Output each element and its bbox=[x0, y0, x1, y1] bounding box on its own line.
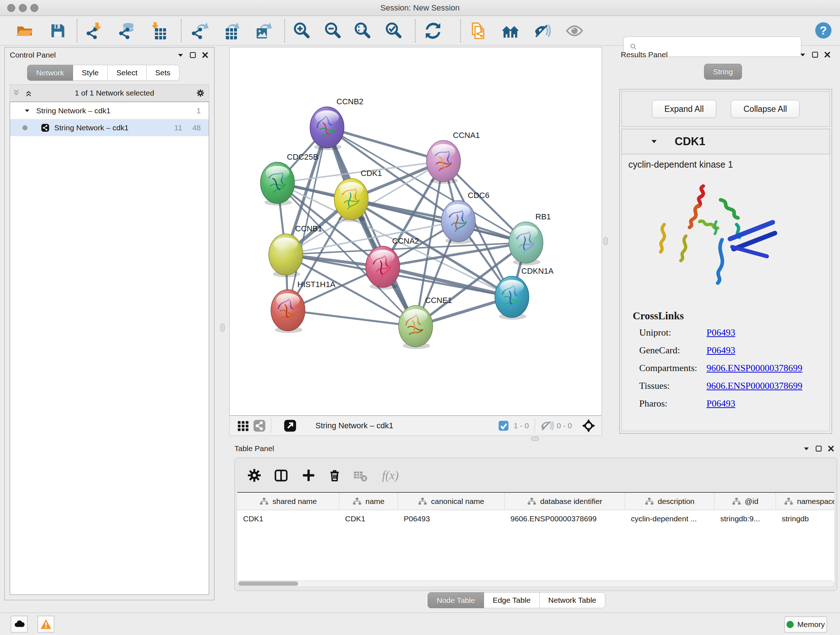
hidden-eye-icon[interactable] bbox=[538, 418, 554, 434]
expand-all-networks-icon[interactable] bbox=[22, 87, 35, 99]
column-header-namespace[interactable]: namespace bbox=[776, 493, 834, 510]
network-node-RB1[interactable]: RB1 bbox=[509, 212, 551, 265]
string-home-button[interactable] bbox=[501, 21, 521, 41]
table-gear-icon[interactable] bbox=[245, 466, 264, 485]
add-column-icon[interactable] bbox=[299, 466, 318, 485]
crosslinks-list: Uniprot: P06493GeneCard: P06493Compartme… bbox=[633, 327, 828, 416]
column-header-canonical-name[interactable]: canonical name bbox=[398, 493, 505, 510]
panel-close-icon[interactable] bbox=[199, 49, 211, 61]
save-session-button[interactable] bbox=[48, 21, 68, 41]
table-cell[interactable]: CDK1 bbox=[339, 510, 398, 527]
svg-text:?: ? bbox=[820, 24, 827, 37]
panel-float-icon[interactable] bbox=[813, 442, 825, 455]
splitter-grip-right[interactable] bbox=[603, 237, 608, 245]
column-header-label: namespace bbox=[797, 497, 834, 506]
table-row[interactable]: CDK1CDK1P064939606.ENSP00000378699cyclin… bbox=[237, 510, 834, 527]
tab-string[interactable]: String bbox=[704, 64, 742, 80]
import-table-button[interactable] bbox=[149, 21, 169, 41]
gene-section-header[interactable]: CDK1 bbox=[622, 129, 830, 154]
tab-style[interactable]: Style bbox=[73, 65, 108, 81]
panel-menu-icon[interactable] bbox=[174, 49, 187, 61]
memory-status-dot bbox=[786, 621, 794, 628]
crosslink-link[interactable]: P06493 bbox=[706, 345, 735, 356]
scrollbar-thumb[interactable] bbox=[238, 581, 298, 586]
crosslink-link[interactable]: P06493 bbox=[706, 398, 735, 409]
zoom-out-button[interactable] bbox=[323, 21, 343, 41]
protein-structure-image bbox=[645, 178, 790, 287]
import-network-button[interactable] bbox=[84, 21, 104, 41]
column-header-database-identifier[interactable]: database identifier bbox=[505, 493, 625, 510]
expand-all-button[interactable]: Expand All bbox=[652, 100, 717, 118]
node-label: CDC25B bbox=[287, 152, 318, 162]
panel-menu-icon[interactable] bbox=[800, 442, 813, 455]
birdseye-view-icon[interactable] bbox=[282, 418, 298, 434]
column-header-description[interactable]: description bbox=[625, 493, 714, 510]
collapse-all-button[interactable]: Collapse All bbox=[731, 100, 799, 118]
panel-close-icon[interactable] bbox=[821, 49, 834, 61]
zoom-in-button[interactable] bbox=[292, 21, 312, 41]
network-row[interactable]: String Network – cdk1 11 48 bbox=[10, 119, 209, 136]
tab-sets[interactable]: Sets bbox=[147, 65, 180, 81]
splitter-grip-bottom[interactable] bbox=[531, 437, 539, 441]
network-node-CCNA1[interactable]: CCNA1 bbox=[426, 131, 480, 184]
tab-network-table[interactable]: Network Table bbox=[540, 592, 606, 608]
open-session-button[interactable] bbox=[14, 21, 35, 41]
table-cell[interactable]: P06493 bbox=[398, 510, 505, 527]
automation-cloud-button[interactable] bbox=[11, 616, 27, 632]
gear-icon[interactable] bbox=[194, 87, 207, 99]
table-cell[interactable]: stringdb:9... bbox=[714, 510, 776, 527]
network-node-HIST1H1A[interactable]: HIST1H1A bbox=[271, 280, 335, 333]
help-button[interactable]: ? bbox=[813, 20, 834, 41]
network-collection-row[interactable]: String Network – cdk1 1 bbox=[10, 102, 209, 119]
panel-menu-icon[interactable] bbox=[797, 49, 809, 61]
delete-table-icon[interactable] bbox=[351, 466, 369, 485]
memory-button[interactable]: Memory bbox=[784, 616, 827, 632]
crosslink-row: Pharos: P06493 bbox=[639, 398, 828, 409]
splitter-grip-left[interactable] bbox=[220, 324, 225, 332]
export-table-button[interactable] bbox=[220, 21, 240, 41]
collapse-triangle-icon[interactable] bbox=[648, 135, 660, 148]
horizontal-scrollbar[interactable] bbox=[237, 580, 834, 587]
network-view[interactable]: CCNB2 CCNA1 CDC25B CDK1 CDC6 RB1 CCNB1 bbox=[229, 47, 602, 416]
network-node-CCNB2[interactable]: CCNB2 bbox=[310, 97, 363, 150]
table-cell[interactable]: 9606.ENSP00000378699 bbox=[505, 510, 625, 527]
delete-column-icon[interactable] bbox=[325, 466, 344, 485]
string-document-button[interactable] bbox=[469, 21, 489, 41]
tab-edge-table[interactable]: Edge Table bbox=[484, 592, 540, 608]
gray-eye-button[interactable] bbox=[564, 21, 584, 41]
crosslink-link[interactable]: P06493 bbox=[706, 327, 735, 338]
tab-network[interactable]: Network bbox=[27, 65, 73, 81]
table-cell[interactable]: stringdb bbox=[776, 510, 834, 527]
show-columns-icon[interactable] bbox=[272, 466, 291, 485]
import-network-from-database-button[interactable] bbox=[117, 21, 137, 41]
crosslink-link[interactable]: 9606.ENSP00000378699 bbox=[706, 380, 802, 391]
column-header-name[interactable]: name bbox=[339, 493, 398, 510]
network-selected-summary: 1 of 1 Network selected bbox=[35, 89, 194, 97]
eye-waves-button[interactable] bbox=[532, 21, 552, 41]
table-cell[interactable]: cyclin-dependent ... bbox=[625, 510, 714, 527]
export-network-button[interactable] bbox=[189, 21, 210, 41]
warnings-button[interactable] bbox=[38, 616, 54, 632]
export-image-button[interactable] bbox=[253, 21, 273, 41]
zoom-fit-button[interactable] bbox=[352, 21, 373, 41]
tab-node-table[interactable]: Node Table bbox=[428, 592, 484, 608]
column-header-shared-name[interactable]: shared name bbox=[237, 493, 339, 510]
crosshair-icon[interactable] bbox=[581, 418, 597, 434]
tab-select[interactable]: Select bbox=[108, 65, 147, 81]
table-cell[interactable]: CDK1 bbox=[237, 510, 339, 527]
subnetwork-count: 1 bbox=[196, 106, 201, 115]
column-header--id[interactable]: @id bbox=[714, 493, 776, 510]
crosslink-link[interactable]: 9606.ENSP00000378699 bbox=[706, 363, 802, 374]
share-network-icon[interactable] bbox=[251, 418, 267, 434]
network-node-CDKN1A[interactable]: CDKN1A bbox=[495, 266, 554, 320]
refresh-button[interactable] bbox=[423, 21, 443, 41]
panel-float-icon[interactable] bbox=[187, 49, 199, 61]
expander-triangle-icon[interactable] bbox=[21, 105, 33, 117]
zoom-selected-button[interactable] bbox=[384, 21, 404, 41]
selected-checkbox-icon[interactable] bbox=[496, 418, 512, 434]
panel-float-icon[interactable] bbox=[809, 49, 821, 61]
function-builder-icon[interactable]: f(x) bbox=[376, 466, 405, 485]
panel-close-icon[interactable] bbox=[825, 442, 837, 455]
grid-view-icon[interactable] bbox=[235, 418, 251, 434]
collapse-all-networks-icon[interactable] bbox=[10, 87, 22, 99]
